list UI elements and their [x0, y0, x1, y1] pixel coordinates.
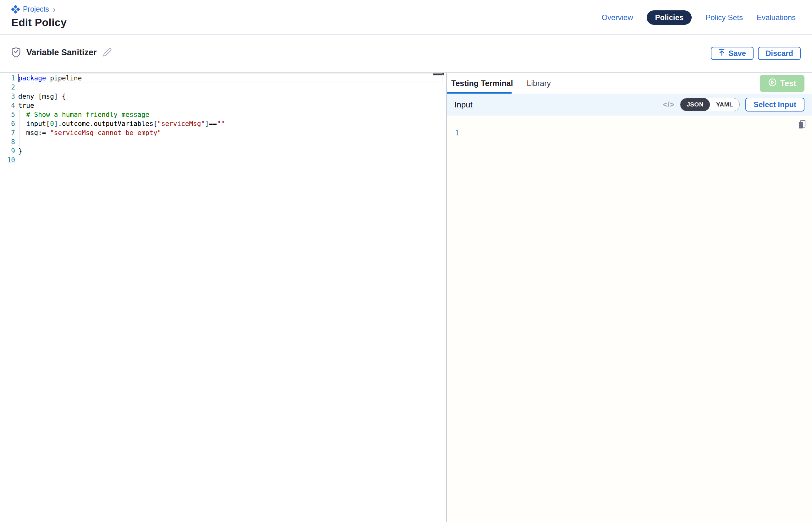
line-number: 3: [0, 92, 15, 101]
tab-evaluations[interactable]: Evaluations: [757, 13, 796, 22]
format-toggle: JSON YAML: [680, 98, 740, 111]
page-header: Projects › Edit Policy Overview Policies…: [0, 0, 812, 35]
harness-logo-icon: [11, 5, 20, 14]
tab-policy-sets[interactable]: Policy Sets: [706, 13, 743, 22]
test-button-label: Test: [780, 79, 796, 88]
line-number: 10: [0, 156, 15, 165]
upload-icon: [718, 49, 725, 58]
input-editor[interactable]: 1: [447, 116, 812, 522]
format-toggle-yaml[interactable]: YAML: [710, 98, 739, 111]
indent-guide: [19, 110, 19, 147]
testing-panel: Testing Terminal Library Test Input: [447, 73, 812, 522]
input-editor-line-number: 1: [455, 129, 459, 137]
input-label: Input: [454, 100, 473, 109]
line-number: 9: [0, 147, 15, 156]
code-line[interactable]: package pipeline: [18, 74, 446, 83]
code-line[interactable]: [18, 83, 446, 92]
tab-testing-terminal[interactable]: Testing Terminal: [451, 79, 513, 88]
breadcrumb-chevron-icon: ›: [52, 5, 56, 14]
code-brackets-icon[interactable]: </>: [663, 101, 674, 109]
toolbar-actions: Save Discard: [711, 47, 801, 60]
line-number: 8: [0, 138, 15, 147]
policy-name: Variable Sanitizer: [26, 48, 97, 58]
policy-toolbar: Variable Sanitizer Save Discard: [0, 36, 812, 72]
code-line[interactable]: msg:= "serviceMsg cannot be empty": [18, 128, 446, 138]
shield-check-icon: [11, 47, 21, 58]
page-title: Edit Policy: [11, 16, 66, 28]
code-line[interactable]: [18, 138, 446, 147]
edit-name-pencil-icon[interactable]: [102, 48, 112, 57]
code-line[interactable]: [18, 156, 446, 165]
breadcrumb: Projects ›: [11, 5, 56, 14]
save-button[interactable]: Save: [711, 47, 754, 60]
line-number: 7: [0, 128, 15, 138]
save-button-label: Save: [728, 49, 746, 58]
code-editor-gutter: 12345678910: [0, 74, 15, 165]
input-header-row: Input </> JSON YAML Select Input: [447, 94, 812, 116]
discard-button[interactable]: Discard: [758, 47, 801, 60]
policy-code-editor[interactable]: 12345678910 package pipeline deny [msg] …: [0, 73, 446, 522]
code-line[interactable]: # Show a human friendly message: [18, 110, 446, 119]
text-cursor: [18, 74, 19, 82]
play-icon: [768, 78, 777, 89]
breadcrumb-projects-link[interactable]: Projects: [23, 5, 49, 14]
tab-library[interactable]: Library: [527, 79, 551, 88]
line-number: 6: [0, 119, 15, 128]
top-nav: Overview Policies Policy Sets Evaluation…: [601, 11, 796, 25]
code-line[interactable]: true: [18, 101, 446, 110]
line-number: 5: [0, 110, 15, 119]
test-button[interactable]: Test: [760, 75, 805, 92]
code-line[interactable]: }: [18, 147, 446, 156]
line-number: 1: [0, 74, 15, 83]
edit-policy-page: Projects › Edit Policy Overview Policies…: [0, 0, 812, 522]
content-split: 12345678910 package pipeline deny [msg] …: [0, 72, 812, 522]
tab-policies[interactable]: Policies: [647, 11, 692, 25]
line-number: 4: [0, 101, 15, 110]
format-toggle-json[interactable]: JSON: [680, 98, 710, 111]
code-line[interactable]: deny [msg] {: [18, 92, 446, 101]
code-line[interactable]: input[0].outcome.outputVariables["servic…: [18, 119, 446, 128]
select-input-button[interactable]: Select Input: [746, 98, 805, 112]
line-number: 2: [0, 83, 15, 92]
code-editor-lines[interactable]: package pipeline deny [msg] {true # Show…: [15, 74, 446, 165]
copy-icon[interactable]: [797, 119, 806, 130]
tab-overview[interactable]: Overview: [601, 13, 633, 22]
policy-heading: Variable Sanitizer: [11, 47, 112, 58]
testing-tabs-row: Testing Terminal Library Test: [447, 73, 812, 94]
discard-button-label: Discard: [766, 49, 793, 58]
